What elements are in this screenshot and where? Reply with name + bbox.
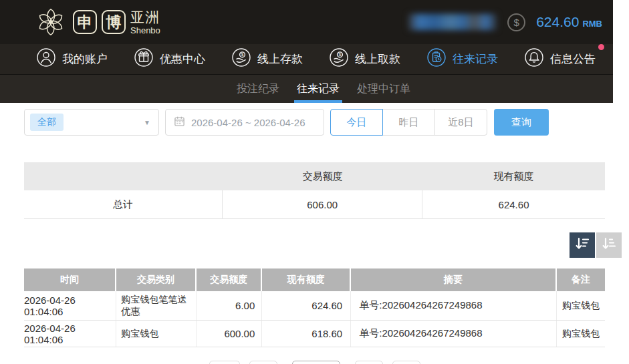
- nav-item-transaction-records[interactable]: 往来记录: [426, 47, 498, 71]
- header-note: 备注: [557, 268, 605, 291]
- site-logo[interactable]: 申 博 亚洲 Shenbo: [33, 5, 160, 39]
- sub-tab-bar: 投注纪录 往来记录 处理中订单: [0, 75, 613, 103]
- cell-amount: 600.00: [197, 321, 262, 347]
- svg-text:$: $: [241, 52, 244, 57]
- nav-label: 往来记录: [453, 51, 498, 67]
- pagination-button[interactable]: [392, 361, 420, 364]
- quick-date-button-group: 今日 昨日 近8日: [330, 109, 487, 136]
- pagination-button[interactable]: [209, 361, 240, 364]
- pagination-button[interactable]: [249, 361, 277, 364]
- logo-region-text: 亚洲: [130, 10, 160, 24]
- cell-type: 购宝钱包: [116, 321, 197, 347]
- balance-amount: 624.60: [536, 14, 579, 30]
- date-range-value: 2026-04-26 ~ 2026-04-26: [191, 117, 305, 128]
- logo-char-shen: 申: [73, 10, 97, 34]
- sort-ascending-button[interactable]: [596, 232, 622, 258]
- nav-item-promotions[interactable]: 优惠中心: [134, 47, 205, 71]
- header-balance: 现有额度: [262, 268, 351, 291]
- notification-dot: [598, 44, 604, 50]
- svg-text:$: $: [339, 52, 342, 57]
- nav-label: 信息公告: [550, 51, 596, 67]
- pagination-button[interactable]: [355, 361, 383, 364]
- pagination-page-select[interactable]: [292, 361, 340, 364]
- user-icon: [36, 47, 56, 71]
- balance-currency: RMB: [582, 19, 602, 29]
- summary-header-trade-amount: 交易额度: [223, 162, 422, 190]
- gift-icon: [134, 47, 154, 71]
- summary-header-balance: 现有额度: [422, 162, 605, 190]
- cell-note: 购宝钱包: [557, 291, 605, 320]
- tab-processing-orders[interactable]: 处理中订单: [354, 75, 413, 103]
- today-button[interactable]: 今日: [330, 109, 383, 136]
- deposit-hand-coin-icon: $: [231, 47, 251, 71]
- cell-balance: 618.60: [262, 321, 351, 347]
- filter-toolbar: 全部 ▼ 2026-04-26 ~ 2026-04-26 今日 昨日 近8日 查…: [24, 109, 605, 136]
- header-time: 时间: [24, 268, 116, 291]
- summary-header-row: 交易额度 现有额度: [24, 162, 605, 190]
- tab-betting-records[interactable]: 投注纪录: [234, 75, 282, 103]
- nav-item-my-account[interactable]: 我的账户: [36, 47, 108, 71]
- tab-transaction-records[interactable]: 往来记录: [294, 75, 342, 103]
- cell-time: 2026-04-26 01:04:06: [24, 321, 116, 347]
- summary-trade-amount-value: 606.00: [223, 190, 422, 218]
- flower-icon: [33, 5, 68, 39]
- records-header-row: 时间 交易类别 交易额度 现有额度 摘要 备注: [24, 268, 605, 291]
- sort-descending-button[interactable]: [570, 232, 595, 258]
- sort-ascending-icon: [601, 236, 617, 254]
- sort-controls: [0, 232, 622, 258]
- pagination-bar: [0, 361, 629, 364]
- bell-icon: [524, 47, 544, 71]
- dollar-circle-icon: $: [507, 13, 525, 31]
- withdraw-hand-coin-icon: $: [329, 47, 349, 71]
- cell-note: 购宝钱包: [557, 321, 605, 347]
- table-row: 2026-04-26 01:04:06 购宝钱包笔笔送优惠 6.00 624.6…: [24, 291, 605, 321]
- records-clipboard-icon: [426, 47, 447, 71]
- logo-latin-text: Shenbo: [130, 26, 160, 35]
- header-amount: 交易额度: [197, 268, 262, 291]
- date-range-input[interactable]: 2026-04-26 ~ 2026-04-26: [165, 109, 324, 136]
- nav-item-deposit[interactable]: $ 线上存款: [231, 47, 303, 71]
- top-header: 申 博 亚洲 Shenbo $ 624.60 RMB: [0, 0, 613, 44]
- account-balance: 624.60 RMB: [536, 14, 602, 30]
- nav-label: 我的账户: [62, 51, 108, 67]
- table-row: 2026-04-26 01:04:06 购宝钱包 600.00 618.60 单…: [24, 321, 605, 347]
- cell-type: 购宝钱包笔笔送优惠: [116, 291, 197, 320]
- cell-summary: 单号:202604264267249868: [351, 321, 557, 347]
- summary-header-empty: [24, 162, 223, 190]
- main-navigation: 我的账户 优惠中心 $ 线上存款 $ 线上取款 往来记录: [0, 44, 613, 75]
- selected-type-chip: 全部: [30, 114, 64, 131]
- nav-label: 线上取款: [355, 51, 400, 67]
- nav-label: 优惠中心: [160, 51, 205, 67]
- sort-descending-icon: [574, 236, 590, 254]
- summary-balance-value: 624.60: [422, 190, 605, 218]
- cell-balance: 624.60: [262, 291, 351, 320]
- last-8-days-button[interactable]: 近8日: [434, 109, 487, 136]
- summary-table: 交易额度 现有额度 总计 606.00 624.60: [24, 162, 605, 219]
- nav-label: 线上存款: [257, 51, 303, 67]
- records-table: 时间 交易类别 交易额度 现有额度 摘要 备注 2026-04-26 01:04…: [24, 268, 605, 347]
- cell-time: 2026-04-26 01:04:06: [24, 291, 116, 320]
- summary-total-label: 总计: [24, 190, 223, 218]
- summary-total-row: 总计 606.00 624.60: [24, 190, 605, 219]
- logo-char-bo: 博: [102, 10, 126, 34]
- query-button[interactable]: 查询: [494, 109, 549, 136]
- nav-item-announcements[interactable]: 信息公告: [524, 47, 596, 71]
- header-type: 交易类别: [116, 268, 197, 291]
- nav-item-withdraw[interactable]: $ 线上取款: [329, 47, 400, 71]
- header-summary: 摘要: [351, 268, 557, 291]
- username-blurred[interactable]: [408, 14, 497, 30]
- chevron-down-icon: ▼: [144, 119, 150, 126]
- calendar-icon: [174, 116, 185, 129]
- yesterday-button[interactable]: 昨日: [382, 109, 435, 136]
- cell-summary: 单号:202604264267249868: [351, 291, 557, 320]
- type-select[interactable]: 全部 ▼: [24, 109, 159, 136]
- cell-amount: 6.00: [197, 291, 262, 320]
